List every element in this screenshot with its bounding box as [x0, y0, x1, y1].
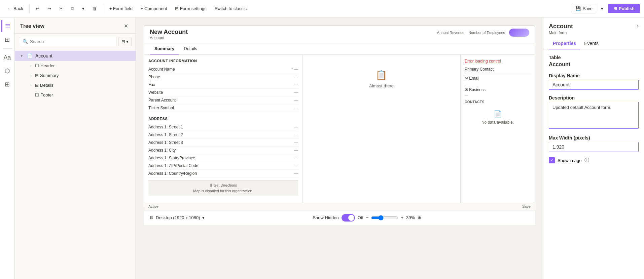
table-label: Table	[549, 55, 639, 60]
contacts-section-label: CONTACTS	[465, 100, 531, 104]
tab-events[interactable]: Events	[580, 38, 603, 49]
primary-contact-field: Primary Contact	[465, 67, 531, 72]
zoom-plus-icon[interactable]: +	[401, 215, 403, 220]
timeline-label: Almost there	[369, 83, 394, 88]
canvas-area: New Account Account Annual Revenue Numbe…	[136, 17, 543, 279]
tree-item-header[interactable]: › ☐ Header	[26, 61, 136, 71]
right-panel-header: Account Main form ›	[543, 17, 644, 38]
left-icon-components[interactable]: ⊞	[1, 34, 13, 46]
save-dropdown-button[interactable]: ▾	[598, 4, 607, 13]
timeline-area: 📋 Almost there	[307, 59, 456, 99]
back-icon: ←	[7, 6, 12, 11]
device-dropdown-icon[interactable]: ▾	[202, 215, 205, 220]
max-width-section: Max Width (pixels)	[549, 135, 639, 152]
search-input[interactable]	[30, 39, 113, 44]
divider-2	[103, 4, 103, 13]
show-image-checkbox[interactable]: ✓	[549, 157, 555, 163]
main-layout: ☰ ⊞ Aa ⬡ ⊞ Tree view ✕ 🔍 ⊟ ▾ ▾ 📄	[0, 17, 644, 279]
copy-button[interactable]: ⧉	[68, 4, 77, 13]
tab-properties[interactable]: Properties	[549, 38, 580, 49]
field-parent-account: Parent Account —	[148, 96, 298, 104]
display-name-section: Display Name	[549, 73, 639, 90]
max-width-input[interactable]	[549, 142, 639, 152]
tab-details[interactable]: Details	[179, 43, 202, 54]
back-button[interactable]: ← Back	[4, 4, 27, 13]
form-col-right: Error loading control Primary Contact ✉ …	[461, 55, 535, 203]
left-icon-grid[interactable]: ⊞	[1, 78, 13, 90]
filter-dropdown-icon: ▾	[126, 39, 129, 44]
display-name-input[interactable]	[549, 80, 639, 90]
show-image-info-icon[interactable]: ⓘ	[584, 157, 589, 163]
publish-button[interactable]: ⊞ Publish	[608, 4, 640, 13]
right-panel-title: Account	[549, 23, 573, 30]
fit-icon[interactable]: ⊕	[418, 215, 421, 220]
tab-summary[interactable]: Summary	[150, 43, 179, 54]
table-value: Account	[549, 62, 639, 68]
zoom-slider[interactable]	[371, 215, 398, 221]
divider-1	[29, 4, 30, 13]
component-button[interactable]: + Component	[137, 4, 170, 13]
no-data-text: No data available.	[481, 120, 514, 125]
field-street3: Address 1: Street 3 —	[148, 139, 298, 147]
sidebar-title: Tree view	[20, 23, 44, 29]
field-fax: Fax —	[148, 81, 298, 89]
save-button[interactable]: 💾 Save	[572, 4, 596, 13]
tree-item-account[interactable]: ▾ 📄 Account	[15, 51, 136, 61]
redo-button[interactable]: ↪	[44, 4, 55, 13]
left-icon-treeview[interactable]: ☰	[1, 20, 13, 32]
tree-item-footer[interactable]: › ☐ Footer	[26, 90, 136, 100]
filter-icon: ⊟	[121, 39, 125, 44]
max-width-label: Max Width (pixels)	[549, 135, 639, 141]
publish-label: Publish	[619, 6, 635, 11]
display-name-label: Display Name	[549, 73, 639, 78]
redo-icon: ↪	[47, 6, 51, 11]
form-status-bar: Active Save	[144, 203, 535, 210]
form-field-button[interactable]: + Form field	[106, 4, 136, 13]
undo-icon: ↩	[36, 6, 39, 11]
zoom-minus-icon[interactable]: −	[366, 215, 369, 220]
table-section: Table Account	[549, 55, 639, 68]
tree-children: › ☐ Header › ⊞ Summary › ⊞ Details	[15, 61, 136, 100]
right-content: Table Account Display Name Description U…	[543, 49, 644, 169]
right-tabs: Properties Events	[543, 38, 644, 49]
copy-icon: ⧉	[71, 6, 74, 11]
delete-button[interactable]: 🗑	[89, 4, 100, 13]
left-icon-bar: ☰ ⊞ Aa ⬡ ⊞	[0, 17, 15, 279]
form-settings-button[interactable]: ⊞ Form settings	[172, 4, 210, 13]
status-label: Active	[148, 204, 158, 208]
right-panel: Account Main form › Properties Events Ta…	[543, 17, 644, 279]
field-country: Address 1: Country/Region —	[148, 170, 298, 177]
header-image	[509, 29, 529, 37]
chevron-account: ▾	[19, 54, 24, 58]
show-hidden-toggle[interactable]	[342, 214, 355, 222]
form-preview-subtitle: Account	[150, 36, 188, 40]
map-area: ⊕ Get Directions Map is disabled for thi…	[148, 180, 298, 196]
tree-item-summary[interactable]: › ⊞ Summary	[26, 71, 136, 80]
field-phone: Phone —	[148, 73, 298, 81]
sidebar-close-button[interactable]: ✕	[122, 22, 130, 30]
get-directions[interactable]: ⊕ Get Directions	[152, 183, 294, 188]
right-panel-expand-button[interactable]: ›	[637, 23, 639, 29]
form-save-label: Save	[522, 204, 531, 208]
switch-classic-button[interactable]: Switch to classic	[211, 4, 250, 13]
dropdown-button[interactable]: ▾	[79, 4, 88, 13]
left-icon-layers[interactable]: ⬡	[1, 65, 13, 77]
description-textarea[interactable]: Updated default Account form.	[549, 102, 639, 129]
no-data-area: 📄 No data available.	[465, 104, 531, 131]
back-label: Back	[13, 6, 23, 11]
tree-area: ▾ 📄 Account › ☐ Header › ⊞ Summary	[15, 49, 136, 279]
tree-item-details[interactable]: › ⊞ Details	[26, 80, 136, 90]
cut-button[interactable]: ✂	[56, 4, 66, 13]
field-state: Address 1: State/Province —	[148, 154, 298, 162]
field-zip: Address 1: ZIP/Postal Code —	[148, 162, 298, 170]
field-website: Website —	[148, 89, 298, 96]
left-icon-abc[interactable]: Aa	[1, 51, 13, 64]
sidebar-search-box: 🔍	[19, 37, 116, 46]
sidebar: Tree view ✕ 🔍 ⊟ ▾ ▾ 📄 Account	[15, 17, 136, 279]
filter-button[interactable]: ⊟ ▾	[118, 37, 132, 46]
undo-button[interactable]: ↩	[32, 4, 43, 13]
chevron-summary: ›	[28, 74, 34, 77]
form-preview-title: New Account	[150, 29, 188, 36]
show-hidden-label: Show Hidden	[313, 215, 338, 220]
error-loading-control[interactable]: Error loading control	[465, 59, 531, 64]
